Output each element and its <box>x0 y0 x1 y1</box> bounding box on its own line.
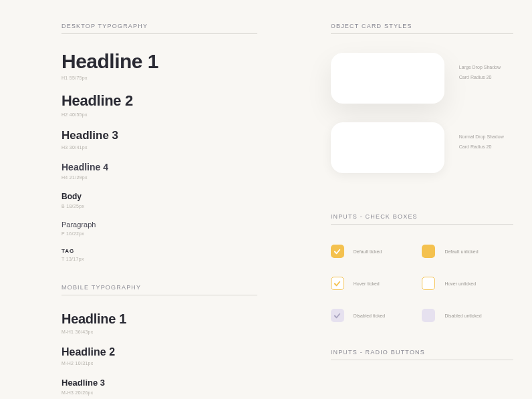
left-column: DESKTOP TYPOGRAPHY Headline 1 H1 55/75px… <box>61 23 257 395</box>
typography-spec: H1 55/75px <box>61 76 257 80</box>
section-title-object-card-styles: OBJECT CARD STYLES <box>331 23 513 33</box>
typography-spec: B 18/25px <box>61 204 257 209</box>
section-title-mobile-typography: MOBILE TYPOGRAPHY <box>61 284 257 295</box>
checkbox-default-unticked[interactable] <box>422 245 435 258</box>
typography-spec: H4 21/29px <box>61 175 257 180</box>
divider <box>331 360 513 360</box>
typography-spec: M-H2 10/31px <box>61 361 257 366</box>
checkbox-grid: Default ticked Default unticked Hover ti… <box>331 245 513 322</box>
checkbox-sample: Hover unticked <box>422 277 513 290</box>
checkbox-label: Default unticked <box>444 249 478 254</box>
checkbox-sample: Disabled ticked <box>331 309 422 322</box>
typography-item: Headline 4 H4 21/29px <box>61 162 257 180</box>
section-title-inputs-radio-buttons: INPUTS - RADIO BUTTONS <box>331 349 513 360</box>
check-icon <box>334 248 341 255</box>
typography-item: Body B 18/25px <box>61 192 257 209</box>
section-title-inputs-checkboxes: INPUTS - CHECK BOXES <box>331 213 513 224</box>
card-spec-line: Card Radius 20 <box>459 144 504 149</box>
typography-spec: P 16/22px <box>61 231 257 236</box>
checkbox-disabled-ticked[interactable] <box>331 309 344 322</box>
checkbox-label: Hover ticked <box>354 281 380 286</box>
checkbox-default-ticked[interactable] <box>331 245 344 258</box>
divider <box>61 33 257 34</box>
check-icon <box>334 312 341 319</box>
checkbox-label: Default ticked <box>354 249 382 254</box>
typography-spec: H2 40/55px <box>61 112 257 117</box>
typography-item: Headline 3 M-H3 20/26px <box>61 378 257 395</box>
card-sample-row: Normal Drop Shadow Card Radius 20 <box>331 122 513 173</box>
card-spec-line: Normal Drop Shadow <box>459 134 504 139</box>
checkbox-sample: Disabled unticked <box>422 309 513 322</box>
checkbox-disabled-unticked[interactable] <box>422 309 435 322</box>
divider <box>61 295 257 295</box>
checkbox-sample: Default ticked <box>331 245 422 258</box>
checkbox-label: Disabled ticked <box>354 313 385 318</box>
card-sample-row: Large Drop Shadow Card Radius 20 <box>331 53 513 104</box>
headline-4-sample: Headline 4 <box>61 162 257 172</box>
typography-item: Paragraph P 16/22px <box>61 221 257 236</box>
section-title-desktop-typography: DESKTOP TYPOGRAPHY <box>61 23 257 33</box>
typography-item: Headline 2 H2 40/55px <box>61 92 257 117</box>
checkbox-sample: Default unticked <box>422 245 513 258</box>
card-spec: Normal Drop Shadow Card Radius 20 <box>459 122 504 154</box>
typography-item: Headline 3 H3 30/41px <box>61 129 257 150</box>
mobile-headline-2-sample: Headline 2 <box>61 346 257 358</box>
card-large-shadow <box>331 53 444 104</box>
headline-2-sample: Headline 2 <box>61 92 257 110</box>
typography-spec: M-H3 20/26px <box>61 390 257 395</box>
paragraph-sample: Paragraph <box>61 221 257 229</box>
typography-item: TAG T 13/17px <box>61 248 257 261</box>
tag-sample: TAG <box>61 248 257 254</box>
body-sample: Body <box>61 192 257 201</box>
mobile-headline-1-sample: Headline 1 <box>61 311 257 327</box>
right-column: OBJECT CARD STYLES Large Drop Shadow Car… <box>331 23 513 395</box>
typography-spec: H3 30/41px <box>61 145 257 150</box>
card-spec-line: Card Radius 20 <box>459 75 501 80</box>
headline-1-sample: Headline 1 <box>61 50 257 73</box>
card-spec-line: Large Drop Shadow <box>459 65 501 70</box>
typography-item: Headline 2 M-H2 10/31px <box>61 346 257 366</box>
divider <box>331 224 513 225</box>
typography-spec: M-H1 36/43px <box>61 329 257 334</box>
checkbox-hover-unticked[interactable] <box>422 277 435 290</box>
checkbox-label: Hover unticked <box>444 281 476 286</box>
headline-3-sample: Headline 3 <box>61 129 257 142</box>
mobile-headline-3-sample: Headline 3 <box>61 378 257 388</box>
typography-item: Headline 1 H1 55/75px <box>61 50 257 80</box>
typography-item: Headline 1 M-H1 36/43px <box>61 311 257 334</box>
checkbox-hover-ticked[interactable] <box>331 277 344 290</box>
card-normal-shadow <box>331 122 444 173</box>
card-spec: Large Drop Shadow Card Radius 20 <box>459 53 501 85</box>
check-icon <box>334 280 341 287</box>
checkbox-label: Disabled unticked <box>444 313 481 318</box>
typography-spec: T 13/17px <box>61 257 257 261</box>
divider <box>331 33 513 34</box>
checkbox-sample: Hover ticked <box>331 277 422 290</box>
